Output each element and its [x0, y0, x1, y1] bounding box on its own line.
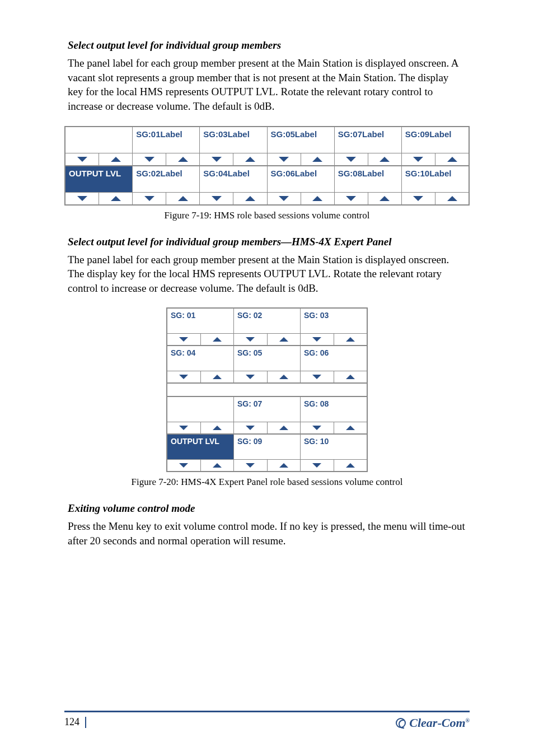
- increase-button[interactable]: [334, 422, 367, 433]
- stepper: [301, 371, 367, 382]
- triangle-down-icon: [246, 337, 255, 342]
- decrease-button[interactable]: [200, 193, 233, 204]
- decrease-button[interactable]: [301, 371, 334, 382]
- triangle-up-icon: [213, 426, 222, 430]
- table-cell: SG:10Label: [401, 166, 469, 204]
- increase-button[interactable]: [435, 153, 469, 165]
- stepper: [65, 192, 132, 204]
- sg-label: SG: 05: [234, 346, 300, 371]
- triangle-down-icon: [246, 375, 255, 379]
- decrease-button[interactable]: [402, 153, 435, 165]
- increase-button[interactable]: [233, 193, 266, 204]
- decrease-button[interactable]: [301, 460, 334, 471]
- increase-button[interactable]: [334, 460, 367, 471]
- stepper: [301, 422, 367, 433]
- decrease-button[interactable]: [133, 193, 166, 204]
- increase-button[interactable]: [166, 153, 199, 165]
- footer-divider: [85, 717, 86, 728]
- decrease-button[interactable]: [234, 371, 267, 382]
- section1-title: Select output level for individual group…: [68, 39, 470, 52]
- decrease-button[interactable]: [402, 193, 435, 204]
- output-lvl-label: OUTPUT LVL: [65, 166, 132, 192]
- increase-button[interactable]: [200, 422, 234, 433]
- decrease-button[interactable]: [268, 153, 301, 165]
- decrease-button[interactable]: [335, 193, 368, 204]
- increase-button[interactable]: [301, 193, 334, 204]
- section2-title: Select output level for individual group…: [68, 236, 470, 248]
- increase-button[interactable]: [200, 371, 234, 382]
- sg-label: SG:04Label: [200, 166, 266, 192]
- footer-page: 124: [64, 716, 86, 728]
- increase-button[interactable]: [267, 371, 301, 382]
- stepper: [65, 153, 132, 165]
- decrease-button[interactable]: [65, 153, 99, 165]
- increase-button[interactable]: [334, 371, 367, 382]
- triangle-down-icon: [279, 196, 289, 201]
- triangle-up-icon: [279, 426, 288, 430]
- increase-button[interactable]: [368, 153, 401, 165]
- increase-button[interactable]: [267, 460, 301, 471]
- triangle-up-icon: [245, 157, 255, 162]
- triangle-down-icon: [212, 157, 222, 162]
- decrease-button[interactable]: [301, 422, 334, 433]
- triangle-up-icon: [346, 426, 355, 430]
- table-row: OUTPUT LVLSG: 09SG: 10: [167, 433, 367, 471]
- stepper: [301, 459, 367, 471]
- sg-label: SG:09Label: [402, 127, 469, 153]
- page-number: 124: [64, 716, 79, 728]
- decrease-button[interactable]: [301, 334, 334, 345]
- increase-button[interactable]: [334, 334, 367, 345]
- triangle-down-icon: [179, 426, 188, 430]
- increase-button[interactable]: [99, 193, 132, 204]
- stepper: [234, 422, 300, 433]
- increase-button[interactable]: [301, 153, 334, 165]
- decrease-button[interactable]: [200, 153, 233, 165]
- increase-button[interactable]: [435, 193, 469, 204]
- triangle-up-icon: [213, 375, 222, 379]
- increase-button[interactable]: [99, 153, 132, 165]
- stepper: [167, 459, 233, 471]
- decrease-button[interactable]: [167, 422, 200, 433]
- brand: Clear-Com®: [396, 716, 470, 730]
- table-row: SG: 04SG: 05SG: 06: [167, 345, 367, 382]
- sg-label: SG: 09: [234, 435, 300, 459]
- triangle-up-icon: [111, 196, 121, 201]
- sg-label: SG: 06: [301, 346, 367, 371]
- decrease-button[interactable]: [234, 422, 267, 433]
- table-cell: SG: 01: [167, 309, 233, 345]
- increase-button[interactable]: [166, 193, 199, 204]
- decrease-button[interactable]: [268, 193, 301, 204]
- increase-button[interactable]: [368, 193, 401, 204]
- increase-button[interactable]: [200, 334, 234, 345]
- section3-body: Press the Menu key to exit volume contro…: [68, 519, 466, 548]
- decrease-button[interactable]: [335, 153, 368, 165]
- table-cell: SG:09Label: [401, 127, 469, 165]
- decrease-button[interactable]: [234, 334, 267, 345]
- increase-button[interactable]: [267, 422, 301, 433]
- section1-body: The panel label for each group member pr…: [68, 56, 466, 114]
- triangle-up-icon: [178, 196, 188, 201]
- increase-button[interactable]: [267, 334, 301, 345]
- triangle-up-icon: [380, 196, 390, 201]
- decrease-button[interactable]: [133, 153, 166, 165]
- stepper: [200, 192, 266, 204]
- triangle-up-icon: [380, 157, 390, 162]
- stepper: [234, 459, 300, 471]
- table-cell: SG: 07: [233, 397, 300, 433]
- table-row: SG: 07SG: 08: [167, 397, 367, 433]
- triangle-up-icon: [279, 375, 288, 379]
- decrease-button[interactable]: [167, 460, 200, 471]
- sg-label: SG: 02: [234, 309, 300, 333]
- triangle-down-icon: [312, 463, 321, 468]
- decrease-button[interactable]: [234, 460, 267, 471]
- decrease-button[interactable]: [65, 193, 99, 204]
- sg-label: SG: 08: [301, 397, 367, 422]
- decrease-button[interactable]: [167, 334, 200, 345]
- triangle-down-icon: [312, 375, 321, 379]
- table-cell: [167, 397, 233, 433]
- triangle-down-icon: [312, 337, 321, 342]
- decrease-button[interactable]: [167, 371, 200, 382]
- triangle-down-icon: [179, 375, 188, 379]
- increase-button[interactable]: [200, 460, 234, 471]
- increase-button[interactable]: [233, 153, 266, 165]
